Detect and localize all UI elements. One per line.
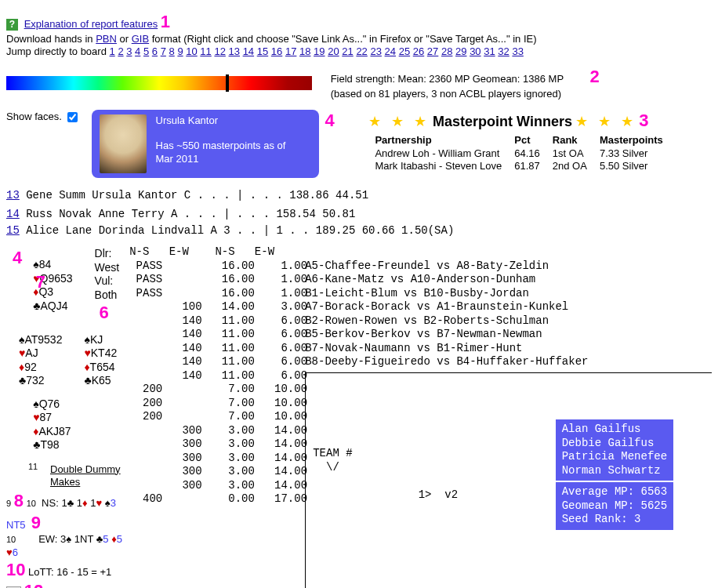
- winners-title: Masterpoint Winners: [433, 114, 572, 129]
- board-link[interactable]: 19: [314, 45, 325, 57]
- player-popup: Ursula Kantor Has ~550 masterpoints as o…: [92, 110, 319, 178]
- board-link[interactable]: 10: [186, 45, 197, 57]
- list-item: 15 Alice Lane Dorinda Lindvall A 3 . . |…: [6, 224, 712, 238]
- board-link[interactable]: 17: [285, 45, 296, 57]
- pair-link[interactable]: 15: [6, 224, 20, 237]
- list-item: 13 Gene Summ Ursula Kantor C . . . | . .…: [6, 189, 712, 203]
- board-link[interactable]: 1: [110, 45, 115, 57]
- jump-line: Jump directly to board 1 2 3 4 5 6 7 8 9…: [6, 45, 712, 58]
- board-link[interactable]: 33: [512, 45, 523, 57]
- board-link[interactable]: 26: [413, 45, 424, 57]
- dealer-label: Dlr: West: [95, 247, 120, 274]
- board-link[interactable]: 14: [243, 45, 254, 57]
- download-line: Download hands in PBN or GIB format (Rig…: [6, 33, 712, 45]
- pair-link[interactable]: 14: [6, 208, 20, 220]
- board-link[interactable]: 22: [356, 45, 367, 57]
- star-icon: ★ ★ ★: [368, 114, 430, 129]
- player-info: Has ~550 masterpoints as of Mar 2011: [156, 140, 286, 164]
- pbn-link[interactable]: PBN: [96, 33, 117, 45]
- color-spectrum: [6, 76, 312, 90]
- annotation-3: 3: [639, 111, 648, 130]
- table-row: Mark Itabashi - Steven Love61.872nd OA5.…: [368, 160, 669, 172]
- winners-table: Partnership Pct Rank Masterpoints Andrew…: [368, 134, 669, 172]
- board-link[interactable]: 8: [169, 45, 175, 57]
- board-link[interactable]: 21: [342, 45, 353, 57]
- board-link[interactable]: 20: [328, 45, 339, 57]
- annotation-6: 6: [100, 303, 109, 322]
- board-link[interactable]: 9: [177, 45, 183, 57]
- player-name: Ursula Kantor: [156, 114, 218, 126]
- board-link[interactable]: 3: [126, 45, 132, 57]
- team-box: TEAM # \/ 1> v2 Alan Gailfus Debbie Gail…: [305, 372, 712, 588]
- board-link[interactable]: 6: [152, 45, 158, 57]
- pair-list: 13 Gene Summ Ursula Kantor C . . . | . .…: [6, 189, 712, 238]
- board-link[interactable]: 12: [214, 45, 225, 57]
- board-link[interactable]: 30: [470, 45, 480, 57]
- annotation-7: 7: [35, 273, 45, 295]
- board-link[interactable]: 13: [229, 45, 240, 57]
- pair-link[interactable]: 13: [6, 189, 20, 201]
- board-link[interactable]: 25: [399, 45, 410, 57]
- board-link[interactable]: 7: [161, 45, 166, 57]
- annotation-board4: 4: [13, 248, 22, 267]
- annotation-10: 10: [6, 560, 25, 579]
- annotation-1: 1: [161, 12, 170, 31]
- traveller-players: A5-Chaffee-Freundel vs A8-Baty-ZeldinA6-…: [305, 260, 712, 369]
- explain-link[interactable]: Explanation of report features: [24, 18, 158, 30]
- board-link[interactable]: 15: [257, 45, 268, 57]
- hand-diagram: 4 ♠84 ♥Q9653 ♦Q3 ♣AQJ4 Dlr: West Vul: Bo…: [6, 245, 129, 454]
- field-strength: Field strength: Mean: 2360 MP Geomean: 1…: [331, 66, 600, 100]
- board-link[interactable]: 5: [143, 45, 149, 57]
- table-row: Andrew Loh - William Grant64.161st OA7.3…: [368, 147, 669, 160]
- board-link[interactable]: 11: [200, 45, 211, 57]
- annotation-12: 12: [24, 581, 43, 588]
- board-link[interactable]: 24: [385, 45, 396, 57]
- annotation-8: 8: [14, 491, 24, 510]
- annotation-2: 2: [590, 67, 600, 86]
- board-link[interactable]: 28: [441, 45, 452, 57]
- show-faces-checkbox[interactable]: [67, 112, 78, 122]
- show-faces-label: Show faces.: [6, 111, 62, 122]
- traveller-scores: PASS 16.00 1.007 PASS 16.00 1.00 PASS 16…: [129, 260, 302, 506]
- board-link[interactable]: 23: [370, 45, 381, 57]
- board-link[interactable]: 31: [484, 45, 495, 57]
- annotation-4: 4: [325, 111, 335, 130]
- star-icon: ★ ★ ★: [575, 114, 636, 129]
- list-item: 14 Russ Novak Anne Terry A . . . | . . .…: [6, 202, 712, 224]
- board-link[interactable]: 29: [455, 45, 466, 57]
- gib-link[interactable]: GIB: [132, 33, 149, 45]
- annotation-9: 9: [31, 513, 41, 532]
- vul-label: Vul: Both: [95, 274, 118, 301]
- board-link[interactable]: 18: [299, 45, 310, 57]
- ddm-block: 11 Double Dummy Makes 9 8 10 NS: 1♣ 1♦ 1…: [6, 463, 129, 588]
- board-link[interactable]: 2: [118, 45, 123, 57]
- board-link[interactable]: 32: [498, 45, 509, 57]
- board-link[interactable]: 16: [271, 45, 282, 57]
- player-photo: [100, 114, 147, 173]
- traveller-header: N-S E-W N-S E-W: [129, 245, 712, 260]
- board-link[interactable]: 4: [135, 45, 140, 57]
- help-icon[interactable]: ?: [6, 19, 18, 31]
- board-link[interactable]: 27: [427, 45, 438, 57]
